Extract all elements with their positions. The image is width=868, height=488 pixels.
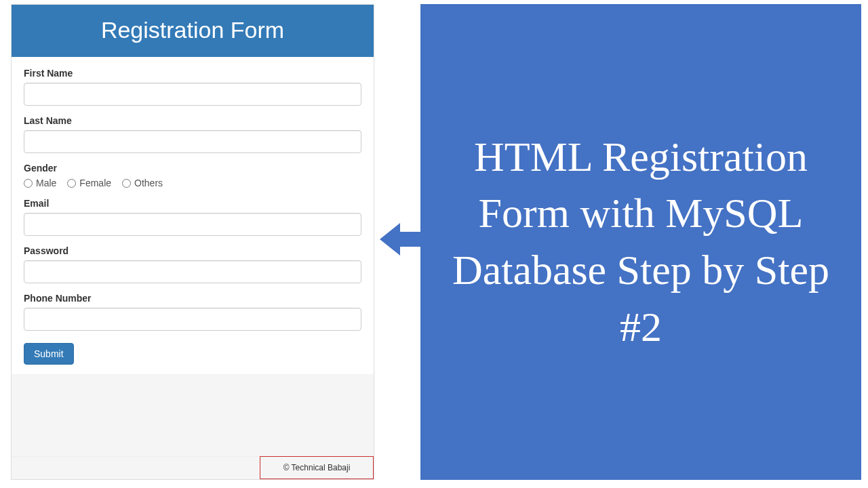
first-name-group: First Name [24, 68, 361, 106]
promo-text: HTML Registration Form with MySQL Databa… [441, 129, 841, 356]
registration-form-panel: Registration Form First Name Last Name G… [11, 4, 374, 480]
gender-male-item[interactable]: Male [24, 178, 56, 188]
arrow-left-icon [380, 218, 420, 260]
password-group: Password [24, 245, 361, 283]
email-group: Email [24, 198, 361, 236]
arrow-head [380, 223, 400, 256]
phone-input[interactable] [24, 308, 361, 331]
first-name-input[interactable] [24, 83, 361, 106]
copyright-box: © Technical Babaji [260, 456, 374, 479]
last-name-input[interactable] [24, 130, 361, 153]
gender-female-item[interactable]: Female [67, 178, 111, 188]
gender-group: Gender Male Female Others [24, 163, 361, 188]
phone-group: Phone Number [24, 293, 361, 331]
gender-female-label: Female [79, 178, 111, 188]
footer-strip: © Technical Babaji [12, 456, 374, 479]
gender-others-item[interactable]: Others [122, 178, 163, 188]
gender-female-radio[interactable] [67, 179, 76, 188]
last-name-group: Last Name [24, 115, 361, 153]
password-input[interactable] [24, 260, 361, 283]
gender-male-radio[interactable] [24, 179, 33, 188]
first-name-label: First Name [24, 68, 361, 79]
gender-radio-row: Male Female Others [24, 178, 361, 188]
gender-male-label: Male [36, 178, 56, 188]
email-label: Email [24, 198, 361, 209]
gender-others-label: Others [134, 178, 163, 188]
form-title: Registration Form [12, 5, 374, 57]
last-name-label: Last Name [24, 115, 361, 126]
gender-label: Gender [24, 163, 361, 174]
promo-panel: HTML Registration Form with MySQL Databa… [420, 4, 861, 480]
phone-label: Phone Number [24, 293, 361, 304]
arrow-shaft [400, 232, 420, 247]
email-input[interactable] [24, 213, 361, 236]
password-label: Password [24, 245, 361, 256]
form-body: First Name Last Name Gender Male Female [12, 57, 374, 374]
gender-others-radio[interactable] [122, 179, 131, 188]
submit-button[interactable]: Submit [24, 343, 74, 365]
copyright-text: © Technical Babaji [283, 463, 351, 472]
